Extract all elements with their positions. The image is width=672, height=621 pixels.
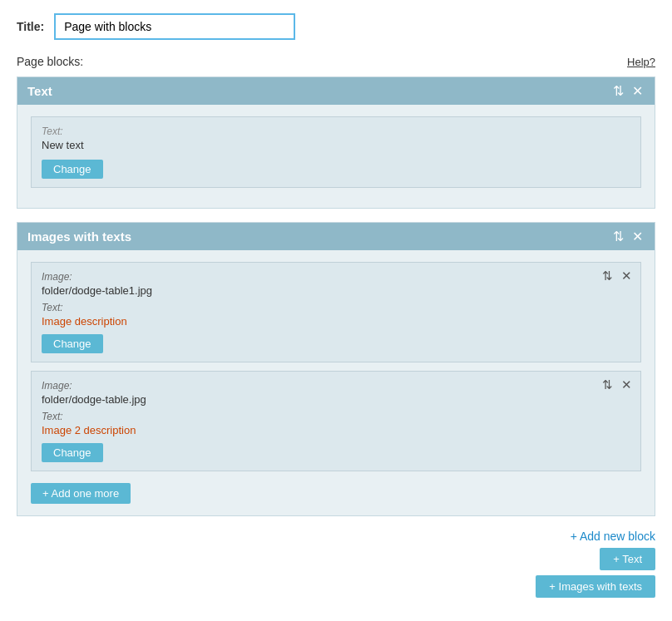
images-block-header: Images with texts ⇅ ✕	[17, 223, 655, 250]
text-block-title: Text	[27, 84, 52, 98]
image-item-1-close-icon[interactable]: ✕	[620, 269, 634, 282]
text-change-button[interactable]: Change	[42, 160, 103, 179]
image-1-text-value: Image description	[42, 315, 630, 328]
image-2-image-value: folder/dodge-table.jpg	[42, 393, 630, 406]
image-item-2-reorder-icon[interactable]: ⇅	[600, 378, 615, 391]
add-images-button[interactable]: + Images with texts	[536, 575, 655, 598]
text-field-label: Text:	[42, 126, 630, 137]
images-block-body: ⇅ ✕ Image: folder/dodge-table1.jpg Text:…	[17, 250, 655, 515]
add-new-block-link[interactable]: + Add new block	[571, 530, 655, 543]
images-block-reorder-icon[interactable]: ⇅	[611, 230, 625, 244]
image-1-image-label: Image:	[42, 271, 630, 283]
images-block: Images with texts ⇅ ✕ ⇅ ✕ Image: folder/…	[17, 222, 655, 516]
images-block-title: Images with texts	[27, 229, 131, 244]
text-block-controls: ⇅ ✕	[611, 85, 645, 98]
add-text-button[interactable]: + Text	[600, 548, 655, 570]
bottom-actions: + Add new block + Text + Images with tex…	[17, 530, 655, 598]
help-link[interactable]: Help?	[627, 56, 655, 68]
images-block-controls: ⇅ ✕	[611, 230, 645, 244]
image-item-2: ⇅ ✕ Image: folder/dodge-table.jpg Text: …	[31, 371, 641, 471]
image-item-2-controls: ⇅ ✕	[600, 378, 634, 391]
text-block-close-icon[interactable]: ✕	[630, 85, 645, 98]
page-blocks-header: Page blocks: Help?	[17, 55, 655, 68]
text-field-value: New text	[42, 139, 630, 151]
text-block: Text ⇅ ✕ Text: New text Change	[17, 76, 655, 209]
image-1-image-value: folder/dodge-table1.jpg	[42, 284, 630, 297]
text-block-item: Text: New text Change	[31, 116, 641, 188]
image-item-2-close-icon[interactable]: ✕	[620, 378, 634, 391]
image-item-1-controls: ⇅ ✕	[600, 269, 634, 282]
image-2-change-button[interactable]: Change	[42, 443, 103, 462]
page-blocks-label: Page blocks:	[17, 55, 83, 68]
image-2-text-value: Image 2 description	[42, 424, 630, 436]
images-block-close-icon[interactable]: ✕	[630, 230, 645, 244]
title-row: Title:	[17, 13, 655, 40]
add-one-more-button[interactable]: + Add one more	[31, 483, 131, 504]
title-label: Title:	[17, 20, 44, 33]
text-block-reorder-icon[interactable]: ⇅	[611, 85, 625, 98]
image-1-change-button[interactable]: Change	[42, 334, 103, 353]
image-item-1: ⇅ ✕ Image: folder/dodge-table1.jpg Text:…	[31, 262, 641, 362]
image-2-image-label: Image:	[42, 380, 630, 392]
text-block-header: Text ⇅ ✕	[17, 77, 655, 105]
image-item-1-reorder-icon[interactable]: ⇅	[600, 269, 615, 282]
image-1-text-label: Text:	[42, 302, 630, 313]
text-block-body: Text: New text Change	[17, 105, 655, 208]
image-2-text-label: Text:	[42, 411, 630, 422]
title-input[interactable]	[54, 13, 295, 40]
